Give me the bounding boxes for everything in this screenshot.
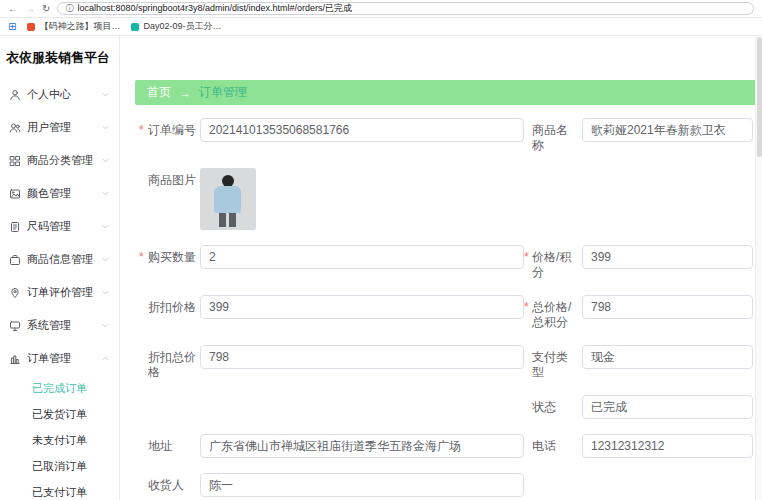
discount-total-label: 折扣总价格 xyxy=(136,345,200,380)
main-content: 首页 → 订单管理 订单编号 商品名称 商品图片 购买 xyxy=(120,36,762,500)
bookmark-favicon xyxy=(27,23,35,31)
color-icon xyxy=(9,188,21,200)
product-name-label: 商品名称 xyxy=(524,118,582,153)
chevron-down-icon xyxy=(101,288,110,297)
status-input[interactable] xyxy=(582,395,753,419)
product-name-input[interactable] xyxy=(582,118,753,142)
pay-type-input[interactable] xyxy=(582,345,753,369)
sidebar-item-label: 商品信息管理 xyxy=(27,252,93,267)
bookmark-item[interactable]: Day02-09-员工分… xyxy=(131,20,221,33)
total-price-input[interactable] xyxy=(582,295,753,319)
sidebar-subitem-paid-orders[interactable]: 已支付订单 xyxy=(0,479,119,500)
forward-icon[interactable]: → xyxy=(25,4,35,14)
address-bar[interactable]: ⓘ localhost:8080/springboot4r3y8/admin/d… xyxy=(57,2,754,15)
app-title: 衣依服装销售平台 xyxy=(0,36,119,78)
bookmark-label: Day02-09-员工分… xyxy=(143,20,221,33)
apps-grid-icon[interactable]: ⊞ xyxy=(8,21,16,32)
sidebar-item-label: 尺码管理 xyxy=(27,219,71,234)
order-icon xyxy=(9,353,21,365)
site-info-icon[interactable]: ⓘ xyxy=(65,3,73,14)
sidebar-item-label: 商品分类管理 xyxy=(27,153,93,168)
chevron-down-icon xyxy=(101,189,110,198)
sidebar-item-label: 用户管理 xyxy=(27,120,71,135)
breadcrumb-current[interactable]: 订单管理 xyxy=(199,84,247,101)
form-row: 商品图片 xyxy=(136,168,762,230)
product-image-label: 商品图片 xyxy=(136,168,200,188)
order-no-label: 订单编号 xyxy=(136,118,200,138)
status-label: 状态 xyxy=(524,395,582,415)
sidebar-item-order-management[interactable]: 订单管理 xyxy=(0,342,119,375)
sidebar-item-goods-management[interactable]: 商品信息管理 xyxy=(0,243,119,276)
form-row: 折扣总价格 支付类型 xyxy=(136,345,762,380)
sidebar-item-label: 订单管理 xyxy=(27,351,71,366)
address-label: 地址 xyxy=(136,434,200,454)
sidebar-subitem-unpaid-orders[interactable]: 未支付订单 xyxy=(0,427,119,453)
sidebar-item-review-management[interactable]: 订单评价管理 xyxy=(0,276,119,309)
discount-price-input[interactable] xyxy=(200,295,524,319)
discount-price-label: 折扣价格 xyxy=(136,295,200,315)
bookmark-item[interactable]: 【码神之路】项目… xyxy=(27,20,120,33)
sidebar-item-color-management[interactable]: 颜色管理 xyxy=(0,177,119,210)
sidebar-subitem-completed-orders[interactable]: 已完成订单 xyxy=(0,375,119,401)
sidebar-item-system-management[interactable]: 系统管理 xyxy=(0,309,119,342)
bookmark-favicon xyxy=(131,23,139,31)
user-icon xyxy=(9,89,21,101)
system-icon xyxy=(9,320,21,332)
order-no-input[interactable] xyxy=(200,118,524,142)
sidebar-subitem-shipped-orders[interactable]: 已发货订单 xyxy=(0,401,119,427)
address-input[interactable] xyxy=(200,434,524,458)
sidebar-item-personal-center[interactable]: 个人中心 xyxy=(0,78,119,111)
chevron-down-icon xyxy=(101,321,110,330)
figure-hoodie xyxy=(214,186,241,213)
sidebar-item-label: 个人中心 xyxy=(27,87,71,102)
breadcrumb-home[interactable]: 首页 xyxy=(147,84,171,101)
goods-icon xyxy=(9,254,21,266)
sidebar-item-size-management[interactable]: 尺码管理 xyxy=(0,210,119,243)
reload-icon[interactable]: ↻ xyxy=(42,4,50,14)
sidebar-item-label: 订单评价管理 xyxy=(27,285,93,300)
bookmarks-bar: ⊞ 【码神之路】项目… Day02-09-员工分… xyxy=(0,18,762,36)
chevron-down-icon xyxy=(101,90,110,99)
form-row: 折扣价格 总价格/总积分 xyxy=(136,295,762,330)
phone-label: 电话 xyxy=(524,434,582,454)
sidebar-subitem-cancelled-orders[interactable]: 已取消订单 xyxy=(0,453,119,479)
phone-input[interactable] xyxy=(582,434,753,458)
breadcrumb: 首页 → 订单管理 xyxy=(135,80,762,105)
order-detail-form: 订单编号 商品名称 商品图片 购买数量 价格/积分 xyxy=(120,105,762,500)
review-icon xyxy=(9,287,21,299)
scrollbar-thumb[interactable] xyxy=(757,37,762,157)
form-row: 收货人 xyxy=(136,473,762,497)
chevron-down-icon xyxy=(101,255,110,264)
pay-type-label: 支付类型 xyxy=(524,345,582,380)
chevron-up-icon xyxy=(101,354,110,363)
page-scrollbar[interactable] xyxy=(755,36,762,500)
quantity-input[interactable] xyxy=(200,245,524,269)
discount-total-input[interactable] xyxy=(200,345,524,369)
sidebar-item-user-management[interactable]: 用户管理 xyxy=(0,111,119,144)
price-label: 价格/积分 xyxy=(524,245,582,280)
back-icon[interactable]: ← xyxy=(8,4,18,14)
sidebar-item-label: 系统管理 xyxy=(27,318,71,333)
bookmark-label: 【码神之路】项目… xyxy=(39,20,120,33)
size-icon xyxy=(9,221,21,233)
chevron-down-icon xyxy=(101,156,110,165)
quantity-label: 购买数量 xyxy=(136,245,200,265)
form-row: 状态 xyxy=(136,395,762,419)
price-input[interactable] xyxy=(582,245,753,269)
app-window: 衣依服装销售平台 个人中心 用户管理 商品分类管理 颜色管理 尺码管理 xyxy=(0,36,762,500)
form-row: 购买数量 价格/积分 xyxy=(136,245,762,280)
category-icon xyxy=(9,155,21,167)
product-image[interactable] xyxy=(200,168,256,230)
browser-topbar: ← → ↻ ⓘ localhost:8080/springboot4r3y8/a… xyxy=(0,0,762,18)
sidebar-item-category-management[interactable]: 商品分类管理 xyxy=(0,144,119,177)
form-row: 订单编号 商品名称 xyxy=(136,118,762,153)
consignee-label: 收货人 xyxy=(136,473,200,493)
users-icon xyxy=(9,122,21,134)
chevron-down-icon xyxy=(101,222,110,231)
consignee-input[interactable] xyxy=(200,473,524,497)
breadcrumb-arrow-icon: → xyxy=(179,86,191,100)
url-text: localhost:8080/springboot4r3y8/admin/dis… xyxy=(77,2,352,15)
form-row: 地址 电话 xyxy=(136,434,762,458)
chevron-down-icon xyxy=(101,123,110,132)
figure-leg xyxy=(229,213,236,227)
